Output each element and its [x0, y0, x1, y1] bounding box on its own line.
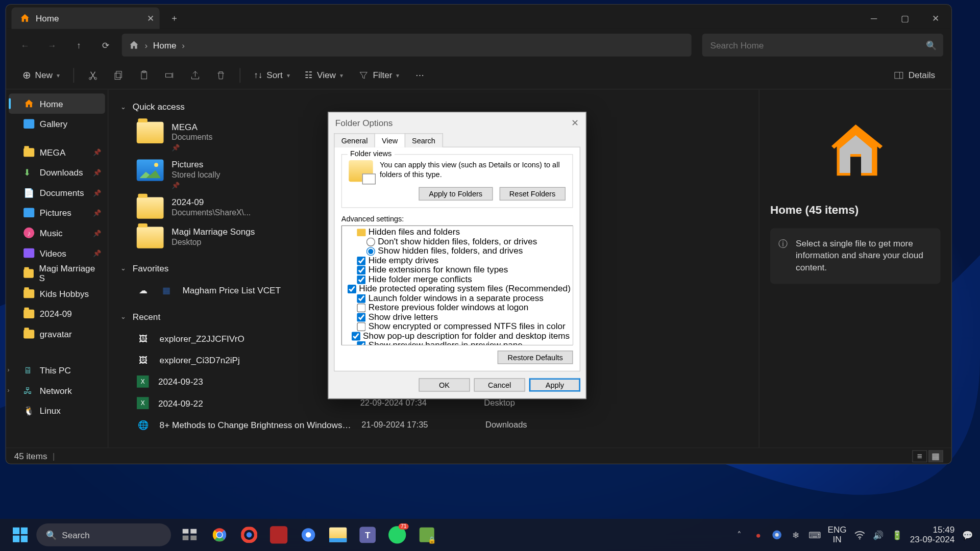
close-dialog-button[interactable]: ✕ [571, 117, 579, 128]
tray-record-icon[interactable]: ● [752, 529, 765, 541]
svg-point-18 [217, 532, 223, 538]
sidebar-item-documents[interactable]: 📄Documents📌 [9, 182, 105, 203]
recent-item[interactable]: 🌐8+ Methods to Change Brightness on Wind… [120, 414, 747, 435]
sidebar-item-pictures[interactable]: Pictures📌 [9, 203, 105, 223]
search-box[interactable]: 🔍 [702, 34, 943, 57]
chrome-icon[interactable] [206, 521, 233, 548]
sidebar-item-magi[interactable]: Magi Marriage S [9, 263, 105, 284]
sidebar-item-home[interactable]: Home [9, 93, 105, 114]
wifi-icon[interactable] [853, 529, 866, 541]
tiles-view-button[interactable]: ▦ [928, 450, 943, 462]
sidebar-item-gallery[interactable]: Gallery [9, 114, 105, 134]
sidebar-item-music[interactable]: ♪Music📌 [9, 223, 105, 243]
app-red-icon[interactable] [265, 521, 292, 548]
close-window-button[interactable]: ✕ [920, 8, 951, 29]
checkbox-popup-desc[interactable] [351, 332, 360, 340]
chevron-right-icon[interactable]: › [8, 367, 10, 373]
sidebar-item-downloads[interactable]: ⬇Downloads📌 [9, 162, 105, 183]
apply-to-folders-button[interactable]: Apply to Folders [419, 187, 492, 201]
cancel-button[interactable]: Cancel [474, 378, 525, 391]
paste-button[interactable] [133, 65, 155, 85]
rename-button[interactable] [159, 65, 180, 85]
new-tab-button[interactable]: ＋ [164, 8, 185, 29]
tab-search[interactable]: Search [404, 133, 443, 147]
checkbox-hide-empty-drives[interactable] [357, 256, 365, 265]
chevron-right-icon[interactable]: › [8, 387, 10, 393]
taskbar: 🔍Search T 71 🔒 ˄ ● ❄ ⌨ ENGIN 🔊 🔋 15:4923… [0, 519, 980, 551]
image-icon: 🖼 [137, 332, 150, 345]
sidebar-item-network[interactable]: ›🖧Network [9, 380, 105, 400]
radio-show-hidden[interactable] [366, 246, 375, 255]
address-bar[interactable]: › Home › [122, 34, 692, 57]
notifications-icon[interactable]: 💬 [962, 529, 974, 541]
tab-general[interactable]: General [334, 133, 375, 147]
checkbox-hide-merge[interactable] [357, 275, 365, 284]
volume-icon[interactable]: 🔊 [872, 529, 885, 541]
chrome-canary-icon[interactable] [236, 521, 263, 548]
sidebar-item-linux[interactable]: 🐧Linux [9, 400, 105, 421]
sidebar-item-videos[interactable]: Videos📌 [9, 243, 105, 263]
battery-icon[interactable]: 🔋 [891, 529, 903, 541]
minimize-button[interactable]: ─ [859, 8, 890, 29]
maximize-button[interactable]: ▢ [889, 8, 920, 29]
teams-icon[interactable]: T [354, 521, 381, 548]
sort-button[interactable]: ↑↓Sort▾ [249, 65, 296, 85]
details-pane-button[interactable]: Details [888, 65, 941, 85]
more-button[interactable]: ⋯ [409, 65, 431, 85]
checkbox-encrypted-color[interactable] [357, 322, 365, 331]
advanced-settings-list[interactable]: Hidden files and folders Don't show hidd… [341, 226, 573, 345]
sidebar-item-mega[interactable]: MEGA📌 [9, 142, 105, 162]
tray-chrome-icon[interactable] [771, 529, 783, 541]
clock[interactable]: 15:4923-09-2024 [910, 525, 955, 544]
filter-button[interactable]: Filter▾ [353, 65, 405, 85]
task-view-button[interactable] [177, 521, 204, 548]
sidebar-item-gravatar[interactable]: gravatar [9, 323, 105, 344]
pin-icon: 📌 [93, 249, 101, 257]
dialog-titlebar[interactable]: Folder Options✕ [329, 112, 586, 133]
radio-dont-show-hidden[interactable] [366, 237, 375, 246]
tray-overflow-icon[interactable]: ˄ [733, 529, 746, 541]
up-button[interactable]: ↑ [68, 34, 89, 56]
sidebar-item-kids[interactable]: Kids Hobbys [9, 283, 105, 304]
checkbox-launch-separate[interactable] [357, 294, 365, 303]
tray-snowflake-icon[interactable]: ❄ [790, 529, 802, 541]
tray-keyboard-icon[interactable]: ⌨ [809, 529, 821, 541]
apply-button[interactable]: Apply [529, 378, 580, 391]
search-icon[interactable]: 🔍 [926, 40, 937, 50]
windows-logo-icon [13, 528, 28, 542]
app-lock-icon[interactable]: 🔒 [413, 521, 440, 548]
ok-button[interactable]: OK [419, 378, 470, 391]
back-button[interactable]: ← [14, 34, 36, 56]
checkbox-drive-letters[interactable] [357, 313, 365, 321]
new-button[interactable]: ⊕New▾ [17, 65, 65, 85]
breadcrumb-home[interactable]: Home [153, 40, 177, 50]
checkbox-hide-os-files[interactable] [348, 284, 356, 293]
sidebar-item-2024-09[interactable]: 2024-09 [9, 304, 105, 324]
tab-home[interactable]: Home ✕ [11, 8, 159, 29]
checkbox-hide-extensions[interactable] [357, 265, 365, 274]
forward-button[interactable]: → [41, 34, 62, 56]
checkbox-preview-handlers[interactable] [357, 341, 365, 345]
refresh-button[interactable]: ⟳ [95, 34, 116, 56]
whatsapp-icon[interactable]: 71 [384, 521, 411, 548]
search-input[interactable] [710, 40, 936, 50]
folder-icon [137, 122, 164, 143]
close-tab-icon[interactable]: ✕ [147, 13, 155, 23]
delete-button[interactable] [210, 65, 232, 85]
share-button[interactable] [184, 65, 206, 85]
start-button[interactable] [7, 521, 34, 548]
taskbar-search[interactable]: 🔍Search [36, 523, 171, 546]
cut-button[interactable] [82, 65, 104, 85]
details-view-button[interactable]: ≡ [912, 450, 927, 462]
reset-folders-button[interactable]: Reset Folders [499, 187, 566, 201]
sidebar-item-thispc[interactable]: ›🖥This PC [9, 360, 105, 381]
chrome-dev-icon[interactable] [295, 521, 322, 548]
file-explorer-icon[interactable] [325, 521, 352, 548]
view-button[interactable]: ☷View▾ [300, 65, 349, 85]
copy-button[interactable] [108, 65, 129, 85]
restore-defaults-button[interactable]: Restore Defaults [498, 350, 573, 364]
svg-rect-12 [190, 536, 197, 540]
checkbox-restore-previous[interactable] [357, 303, 365, 312]
language-indicator[interactable]: ENGIN [827, 525, 846, 544]
tab-view[interactable]: View [375, 133, 405, 147]
